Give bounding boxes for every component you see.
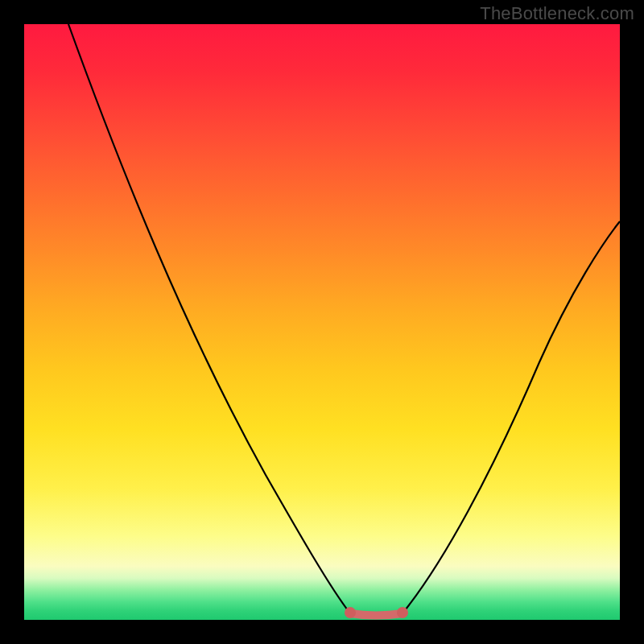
watermark-text: TheBottleneck.com — [480, 3, 634, 24]
chart-frame: TheBottleneck.com — [0, 0, 644, 644]
right-branch-curve — [402, 221, 620, 613]
flat-bottom-segment — [350, 613, 402, 616]
flat-right-dot — [397, 607, 408, 618]
curve-layer — [24, 24, 620, 620]
plot-area — [24, 24, 620, 620]
flat-left-dot — [345, 607, 356, 618]
left-branch-curve — [68, 24, 350, 613]
